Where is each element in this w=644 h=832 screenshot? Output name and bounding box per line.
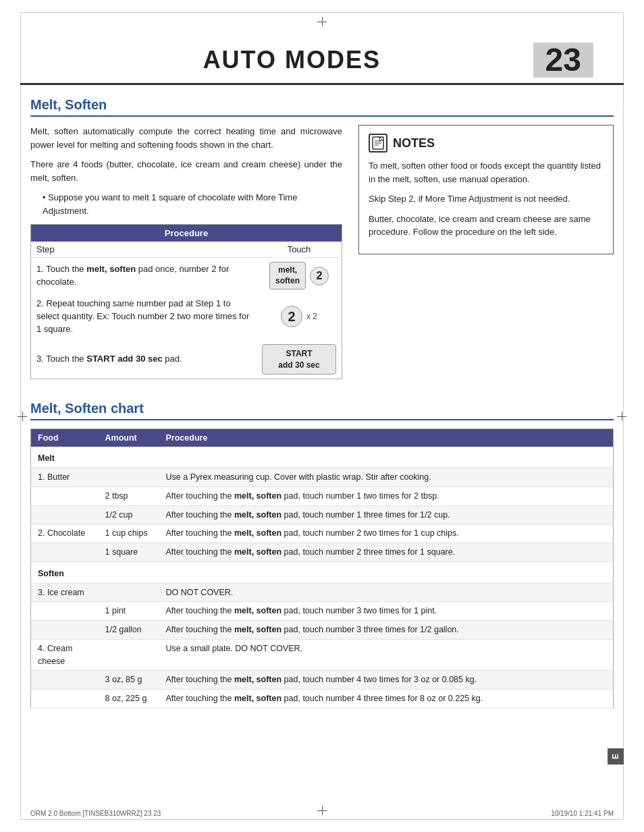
e-tab: E <box>608 748 624 765</box>
chart-procedure: DO NOT COVER. <box>159 583 614 602</box>
document-icon <box>372 136 384 150</box>
crosshair-mid-right <box>617 412 626 421</box>
chart-header-row: Food Amount Procedure <box>31 429 614 447</box>
chart-food <box>31 690 99 709</box>
col-amount: Amount <box>99 429 159 447</box>
col-procedure: Procedure <box>159 429 614 447</box>
chart-procedure: After touching the melt, soften pad, tou… <box>159 690 614 709</box>
section-title: Melt, Soften <box>30 97 614 117</box>
chart-row: 1. ButterUse a Pyrex measuring cup. Cove… <box>31 468 614 487</box>
crosshair-top <box>317 17 327 26</box>
chart-section: Melt, Soften chart Food Amount Procedure… <box>30 401 614 709</box>
chart-procedure: After touching the melt, soften pad, tou… <box>159 671 614 690</box>
chart-amount: 1/2 gallon <box>99 621 159 640</box>
step3-bold: START add 30 sec <box>86 354 162 364</box>
chart-row: 3 oz, 85 gAfter touching the melt, softe… <box>31 671 614 690</box>
step-2-row: 2. Repeat touching same number pad at St… <box>31 294 342 340</box>
step3-post: pad. <box>163 354 182 364</box>
chart-food: 3. Ice cream <box>31 583 99 602</box>
x2-label: x 2 <box>306 312 317 321</box>
footer-right: 10/19/10 1:21:41 PM <box>551 810 614 817</box>
chart-procedure: After touching the melt, soften pad, tou… <box>159 543 614 562</box>
chart-amount <box>99 468 159 487</box>
chart-procedure: After touching the melt, soften pad, tou… <box>159 602 614 621</box>
note-item-3: Butter, chocolate, ice cream and cream c… <box>369 213 603 239</box>
chart-row: Soften <box>31 561 614 583</box>
chart-food <box>31 543 99 562</box>
page-number: 23 <box>533 43 593 78</box>
crosshair-mid-left <box>18 412 27 421</box>
start-btn: STARTadd 30 sec <box>262 344 336 375</box>
intro-text-1: Melt, soften automatically compute the c… <box>30 125 342 151</box>
step2-text: 2. Repeat touching same number pad at St… <box>36 298 249 334</box>
chart-amount <box>99 583 159 602</box>
page-title: AUTO MODES <box>51 46 533 74</box>
note-item-2: Skip Step 2, if More Time Adjustment is … <box>369 192 603 206</box>
step2-touch: 2 x 2 <box>262 306 336 327</box>
right-column: NOTES To melt, soften other food or food… <box>358 125 614 389</box>
chart-row: 3. Ice creamDO NOT COVER. <box>31 583 614 602</box>
touch-num-2b: 2 <box>281 306 302 327</box>
chart-procedure: After touching the melt, soften pad, tou… <box>159 524 614 543</box>
step3-pre: 3. Touch the <box>36 354 86 364</box>
chart-amount: 2 tbsp <box>99 487 159 505</box>
chart-food: 2. Chocolate <box>31 524 99 543</box>
chart-amount: 1 pint <box>99 602 159 621</box>
chart-procedure: Use a Pyrex measuring cup. Cover with pl… <box>159 468 614 487</box>
chart-row: 1 squareAfter touching the melt, soften … <box>31 543 614 562</box>
chart-procedure: After touching the melt, soften pad, tou… <box>159 487 614 505</box>
main-content: Melt, Soften Melt, soften automatically … <box>30 85 614 709</box>
step-3-row: 3. Touch the START add 30 sec pad. START… <box>31 340 342 379</box>
chart-procedure: Use a small plate. DO NOT COVER. <box>159 639 614 671</box>
notes-box: NOTES To melt, soften other food or food… <box>358 125 614 254</box>
procedure-table: Procedure Step Touch 1. Touch the melt, … <box>30 224 342 379</box>
left-column: Melt, soften automatically compute the c… <box>30 125 342 389</box>
step1-bold: melt, soften <box>86 264 136 274</box>
notes-list: To melt, soften other food or foods exce… <box>369 159 603 239</box>
touch-num-2: 2 <box>310 267 329 285</box>
chart-row: Melt <box>31 447 614 468</box>
col-touch-header: Touch <box>257 242 342 258</box>
chart-amount: 1 cup chips <box>99 524 159 543</box>
melt-soften-btn: melt,soften <box>269 262 306 289</box>
chart-row: 2. Chocolate1 cup chipsAfter touching th… <box>31 524 614 543</box>
chart-amount: 1 square <box>99 543 159 562</box>
chart-body: Melt1. ButterUse a Pyrex measuring cup. … <box>31 447 614 708</box>
chart-procedure: After touching the melt, soften pad, tou… <box>159 505 614 524</box>
note-item-1: To melt, soften other food or foods exce… <box>369 159 603 186</box>
chart-food <box>31 487 99 505</box>
chart-amount: 8 oz, 225 g <box>99 690 159 709</box>
step1-num: 1. Touch the <box>36 264 86 274</box>
chart-row: 8 oz, 225 gAfter touching the melt, soft… <box>31 690 614 709</box>
chart-food <box>31 505 99 524</box>
chart-row: 4. Cream cheeseUse a small plate. DO NOT… <box>31 639 614 671</box>
chart-title: Melt, Soften chart <box>30 401 614 420</box>
chart-row: 1/2 cupAfter touching the melt, soften p… <box>31 505 614 524</box>
chart-food <box>31 671 99 690</box>
footer-left: ORM 2.0 Bottom [TINSEB310WRRZ] 23 23 <box>30 810 161 817</box>
chart-amount: 1/2 cup <box>99 505 159 524</box>
page-header: AUTO MODES 23 <box>20 30 624 85</box>
chart-food <box>31 621 99 640</box>
col-food: Food <box>31 429 99 447</box>
chart-table: Food Amount Procedure Melt1. ButterUse a… <box>30 428 614 709</box>
col-step-header: Step <box>31 242 257 258</box>
melt-soften-section: Melt, Soften Melt, soften automatically … <box>30 97 614 389</box>
two-column-layout: Melt, soften automatically compute the c… <box>30 125 614 389</box>
notes-title: NOTES <box>369 134 603 152</box>
chart-amount: 3 oz, 85 g <box>99 671 159 690</box>
step1-touch: melt,soften 2 <box>262 262 336 289</box>
notes-label: NOTES <box>393 136 435 150</box>
chart-food <box>31 602 99 621</box>
notes-icon <box>369 134 387 152</box>
procedure-header: Procedure <box>31 225 342 242</box>
chart-food: 4. Cream cheese <box>31 639 99 671</box>
intro-text-2: There are 4 foods (butter, chocolate, ic… <box>30 158 342 184</box>
page-footer: ORM 2.0 Bottom [TINSEB310WRRZ] 23 23 10/… <box>30 810 614 817</box>
chart-procedure: After touching the melt, soften pad, tou… <box>159 621 614 640</box>
chart-row: 1 pintAfter touching the melt, soften pa… <box>31 602 614 621</box>
chart-amount <box>99 639 159 671</box>
chart-row: 1/2 gallonAfter touching the melt, softe… <box>31 621 614 640</box>
chart-food: 1. Butter <box>31 468 99 487</box>
step-1-row: 1. Touch the melt, soften pad once, numb… <box>31 258 342 294</box>
